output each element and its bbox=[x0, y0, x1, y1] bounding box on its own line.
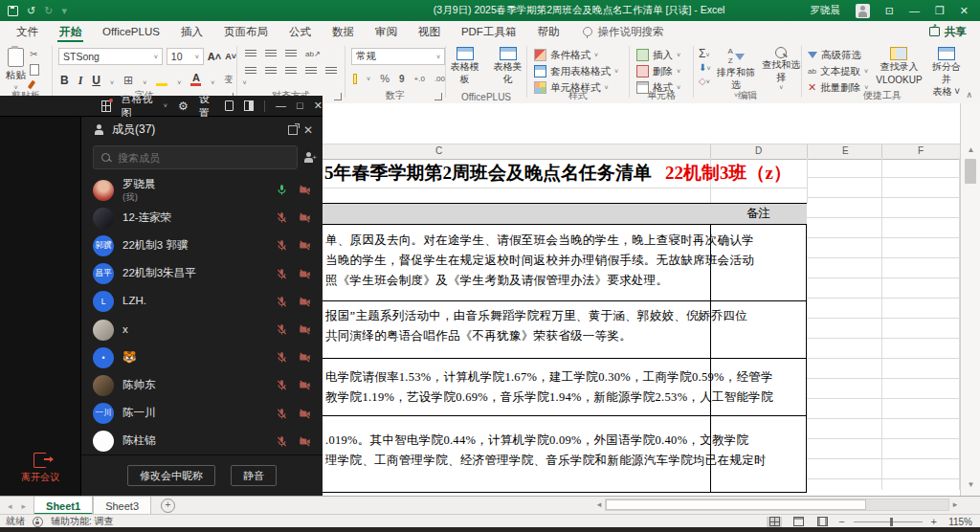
accessibility-status[interactable]: 辅助功能: 调查 bbox=[51, 515, 114, 528]
mic-status-icon[interactable] bbox=[276, 408, 288, 420]
accounting-format-icon[interactable] bbox=[353, 74, 357, 84]
meeting-close-icon[interactable]: ✕ bbox=[314, 100, 323, 111]
note-header-cell[interactable]: 备注 bbox=[710, 204, 807, 224]
decrease-indent-icon[interactable] bbox=[305, 67, 317, 76]
advanced-filter-button[interactable]: 高级筛选 bbox=[808, 47, 868, 63]
layout-icon[interactable] bbox=[244, 100, 254, 111]
column-header[interactable]: E bbox=[842, 145, 849, 156]
column-header[interactable]: D bbox=[755, 145, 762, 156]
font-size-combo[interactable]: 10˅ bbox=[167, 48, 204, 65]
ribbon-tab[interactable]: 开始 bbox=[49, 21, 92, 42]
sheet-tab[interactable]: Sheet3 bbox=[93, 497, 151, 515]
rename-button[interactable]: 修改会中昵称 bbox=[127, 465, 215, 486]
meeting-maximize-icon[interactable]: □ bbox=[297, 100, 303, 111]
camera-status-icon[interactable] bbox=[299, 379, 311, 391]
mic-status-icon[interactable] bbox=[276, 268, 288, 280]
horizontal-scrollbar[interactable]: ◂ ▸ bbox=[593, 498, 961, 511]
alignment-dialog-launcher[interactable] bbox=[334, 93, 342, 100]
table-row[interactable]: .019%。其中智电学院0.44%，计算机学院0.09%，外国语学院0.40%，… bbox=[323, 416, 807, 493]
align-middle-icon[interactable] bbox=[265, 50, 277, 58]
style-button[interactable]: 套用表格格式˅ bbox=[534, 63, 629, 79]
add-member-icon[interactable] bbox=[304, 152, 313, 163]
gear-icon[interactable]: ⚙ bbox=[178, 100, 189, 112]
mic-status-icon[interactable] bbox=[276, 296, 288, 308]
ribbon-tab[interactable]: OfficePLUS bbox=[92, 21, 170, 42]
tell-me-search[interactable]: 操作说明搜索 bbox=[569, 25, 663, 39]
scroll-left-icon[interactable]: ◂ bbox=[593, 499, 605, 509]
align-left-icon[interactable] bbox=[245, 67, 256, 76]
phonetic-guide-icon[interactable]: 变 bbox=[224, 74, 233, 86]
cells-button[interactable]: 删除˅ bbox=[636, 63, 693, 79]
settings-label[interactable]: 设置 bbox=[199, 92, 215, 121]
next-sheet-icon[interactable]: ▸ bbox=[22, 501, 27, 511]
align-right-icon[interactable] bbox=[285, 67, 297, 76]
fill-color-icon[interactable] bbox=[156, 82, 167, 86]
vertical-scrollbar[interactable]: ▲ ▼ bbox=[960, 103, 980, 496]
comma-style-icon[interactable]: 9 bbox=[399, 74, 405, 84]
camera-status-icon[interactable] bbox=[299, 239, 311, 252]
borders-icon[interactable]: ⊞ bbox=[123, 75, 133, 86]
collapse-ribbon-icon[interactable]: ∧ bbox=[966, 90, 972, 100]
font-color-icon[interactable]: A bbox=[190, 72, 201, 86]
leave-meeting-button[interactable]: 离开会议 bbox=[0, 453, 80, 484]
normal-view-button[interactable] bbox=[767, 517, 782, 527]
format-painter-icon[interactable] bbox=[28, 80, 35, 90]
align-center-icon[interactable] bbox=[265, 67, 277, 76]
zoom-slider[interactable] bbox=[854, 521, 923, 522]
align-top-icon[interactable] bbox=[245, 50, 256, 58]
mic-status-icon[interactable] bbox=[276, 435, 288, 448]
increase-decimal-icon[interactable]: +.0 bbox=[414, 75, 425, 83]
camera-status-icon[interactable] bbox=[299, 184, 311, 196]
restore-button[interactable]: ❒ bbox=[935, 6, 945, 16]
scroll-right-icon[interactable]: ▸ bbox=[949, 499, 961, 509]
close-button[interactable]: ✕ bbox=[960, 6, 969, 16]
task-table[interactable]: 备注 单、原因及去向。对在途学生、请假至班会当晚的学生，晚上查寝时再次确认学 当… bbox=[323, 203, 807, 493]
ribbon-tab[interactable]: 数据 bbox=[322, 21, 365, 42]
member-row[interactable]: L LZH. bbox=[81, 288, 323, 316]
fill-icon[interactable]: ⬇˅ bbox=[699, 62, 710, 73]
table-row[interactable]: 电学院请假率1.53%，计算机学院1.67%，建工学院0.30%，工商学院0.5… bbox=[323, 359, 807, 416]
mic-status-icon[interactable] bbox=[276, 351, 288, 364]
popout-panel-icon[interactable] bbox=[288, 125, 298, 135]
number-format-combo[interactable]: 常规˅ bbox=[351, 48, 445, 65]
ribbon-tab[interactable]: 帮助 bbox=[526, 21, 569, 42]
style-button[interactable]: 条件格式˅ bbox=[534, 47, 629, 63]
ribbon-tab[interactable]: 插入 bbox=[170, 21, 213, 42]
number-dialog-launcher[interactable] bbox=[434, 93, 442, 100]
copy-icon[interactable] bbox=[30, 64, 39, 76]
table-body[interactable]: 单、原因及去向。对在途学生、请假至班会当晚的学生，晚上查寝时再次确认学 当晚的学… bbox=[323, 225, 807, 493]
member-row[interactable]: 郭骥 22机制3 郭骥 bbox=[81, 232, 323, 259]
officeplus-button[interactable]: 表格模板 bbox=[446, 42, 483, 85]
close-panel-icon[interactable]: ✕ bbox=[303, 124, 313, 136]
fullscreen-icon[interactable] bbox=[225, 100, 234, 111]
customize-qat-icon[interactable]: ▾ bbox=[61, 6, 67, 16]
page-break-view-button[interactable] bbox=[814, 517, 830, 527]
paste-button[interactable]: 粘贴˅ bbox=[6, 48, 26, 91]
font-name-combo[interactable]: STSong˅ bbox=[58, 48, 163, 65]
bold-button[interactable]: B bbox=[60, 75, 69, 86]
redo-icon[interactable]: ↻ bbox=[44, 6, 53, 16]
zoom-out-button[interactable]: − bbox=[838, 516, 844, 527]
align-bottom-icon[interactable] bbox=[285, 50, 297, 58]
mic-status-icon[interactable] bbox=[276, 211, 288, 224]
camera-status-icon[interactable] bbox=[299, 268, 311, 280]
member-search-input[interactable] bbox=[116, 151, 289, 165]
prev-sheet-icon[interactable]: ◂ bbox=[8, 501, 12, 511]
table-header-row[interactable]: 备注 bbox=[323, 203, 807, 225]
zoom-in-button[interactable]: + bbox=[931, 516, 937, 527]
column-header[interactable]: C bbox=[435, 145, 442, 156]
camera-status-icon[interactable] bbox=[299, 323, 311, 336]
mic-status-icon[interactable] bbox=[276, 379, 288, 391]
undo-icon[interactable]: ↺ bbox=[27, 6, 35, 16]
orientation-icon[interactable]: ab↗ bbox=[305, 51, 321, 58]
camera-status-icon[interactable] bbox=[299, 351, 311, 364]
member-row[interactable]: • 🐯 bbox=[81, 344, 323, 371]
camera-status-icon[interactable] bbox=[299, 296, 311, 308]
ribbon-tab[interactable]: 文件 bbox=[6, 21, 49, 42]
scroll-up-icon[interactable]: ▲ bbox=[961, 145, 980, 154]
table-row[interactable]: 报国”主题系列活动中，由音乐舞蹈学院程万里、黄于涵、郭姣姣、倪娇乔四位 共同演绎… bbox=[323, 301, 807, 359]
scroll-down-icon[interactable]: ▼ bbox=[961, 480, 980, 489]
camera-status-icon[interactable] bbox=[299, 435, 311, 448]
italic-button[interactable]: I bbox=[78, 75, 83, 86]
mute-button[interactable]: 静音 bbox=[231, 465, 277, 486]
